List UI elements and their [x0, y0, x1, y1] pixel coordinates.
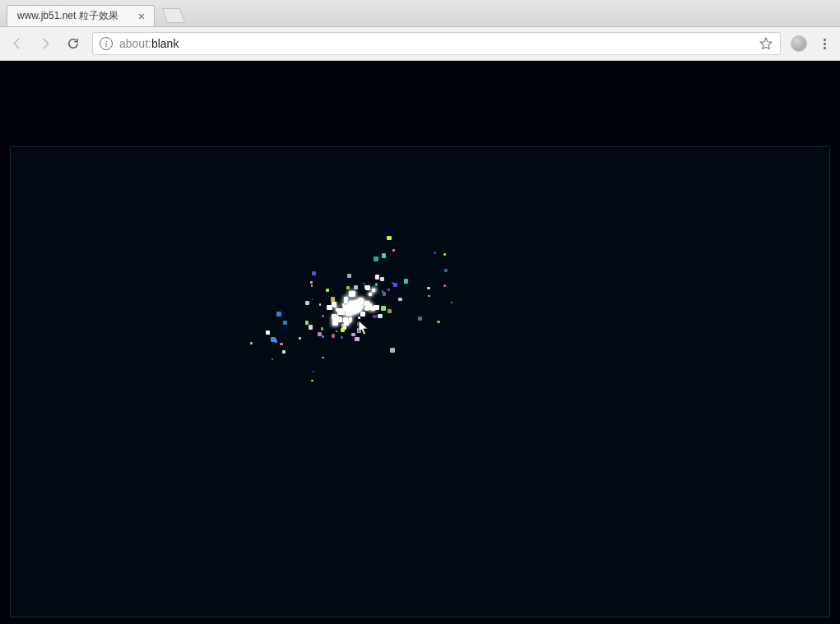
particle: [393, 283, 397, 287]
tab-strip: www.jb51.net 粒子效果: [0, 0, 840, 27]
particle: [351, 333, 355, 337]
particle: [347, 274, 351, 278]
particle: [355, 337, 359, 341]
particle: [344, 300, 347, 303]
particle: [365, 285, 370, 290]
particle: [309, 325, 313, 330]
particle: [299, 337, 302, 340]
particle: [341, 336, 343, 339]
particle: [374, 257, 378, 261]
particle: [319, 303, 322, 306]
particle: [369, 293, 372, 296]
particle: [443, 253, 446, 256]
particle: [349, 291, 355, 298]
particle: [311, 380, 313, 381]
particle: [321, 327, 324, 330]
particle: [358, 317, 360, 319]
page-viewport: [0, 61, 840, 624]
particle: [271, 358, 273, 360]
particle: [371, 307, 375, 311]
particle: [305, 321, 309, 325]
particle: [326, 289, 329, 292]
particle: [337, 317, 343, 323]
star-icon[interactable]: [759, 36, 773, 51]
browser-tab[interactable]: www.jb51.net 粒子效果: [7, 5, 155, 26]
particle: [398, 298, 401, 301]
particle: [392, 249, 395, 252]
tab-title: www.jb51.net 粒子效果: [17, 9, 118, 23]
particle: [341, 328, 346, 333]
particle: [322, 357, 323, 358]
particle: [364, 301, 369, 306]
particle: [331, 297, 335, 301]
particle: [336, 330, 337, 332]
particle: [349, 321, 351, 323]
particle: [313, 371, 314, 372]
url-text: about:blank: [119, 37, 179, 50]
particle: [333, 303, 337, 307]
particle: [276, 339, 277, 340]
url-scheme: about:: [119, 37, 151, 50]
particle: [332, 321, 338, 326]
particle: [312, 271, 316, 275]
particle-burst: [355, 307, 355, 307]
address-bar[interactable]: i about:blank: [92, 32, 781, 55]
particle: [381, 306, 385, 310]
avatar-icon[interactable]: [791, 35, 807, 52]
particle: [266, 330, 270, 335]
particle: [378, 314, 383, 319]
particle: [428, 295, 429, 297]
particle: [382, 253, 386, 257]
particle: [373, 315, 377, 319]
particle: [359, 298, 362, 301]
particle: [282, 350, 285, 354]
browser-toolbar: i about:blank: [0, 27, 840, 61]
particle: [365, 307, 369, 310]
particle: [375, 275, 379, 279]
particle: [443, 284, 447, 288]
reload-button[interactable]: [64, 35, 82, 53]
particle: [451, 302, 452, 303]
particle: [380, 277, 384, 281]
particle: [318, 332, 322, 336]
particle: [312, 298, 313, 300]
info-icon[interactable]: i: [100, 37, 113, 50]
particle: [353, 305, 355, 307]
particle: [427, 287, 430, 290]
menu-icon[interactable]: [817, 36, 832, 51]
url-path: blank: [151, 37, 179, 50]
particle: [437, 321, 440, 324]
particle: [327, 305, 332, 310]
particle: [373, 289, 375, 291]
particle: [283, 321, 287, 325]
particle: [404, 279, 408, 283]
particle: [250, 342, 253, 344]
particle: [322, 335, 324, 338]
particle: [343, 317, 348, 322]
particle: [346, 309, 352, 316]
particle: [332, 334, 336, 338]
particle: [418, 317, 422, 321]
particle: [346, 286, 350, 289]
particle: [434, 252, 436, 254]
new-tab-button[interactable]: [162, 8, 185, 23]
particle: [375, 283, 378, 285]
particle: [280, 343, 283, 346]
forward-button[interactable]: [36, 35, 54, 53]
particle: [305, 301, 309, 305]
close-icon[interactable]: [136, 11, 147, 22]
particle: [383, 292, 386, 295]
particle: [276, 312, 281, 317]
particle-canvas[interactable]: [10, 146, 830, 617]
particle: [310, 281, 313, 284]
particle: [388, 289, 390, 291]
back-button[interactable]: [8, 35, 26, 53]
particle: [363, 283, 365, 285]
particle: [360, 312, 365, 317]
particle: [322, 315, 324, 317]
particle: [354, 285, 358, 289]
particle: [337, 308, 344, 315]
particle: [388, 309, 392, 313]
particle: [357, 328, 362, 333]
particle: [342, 303, 346, 307]
